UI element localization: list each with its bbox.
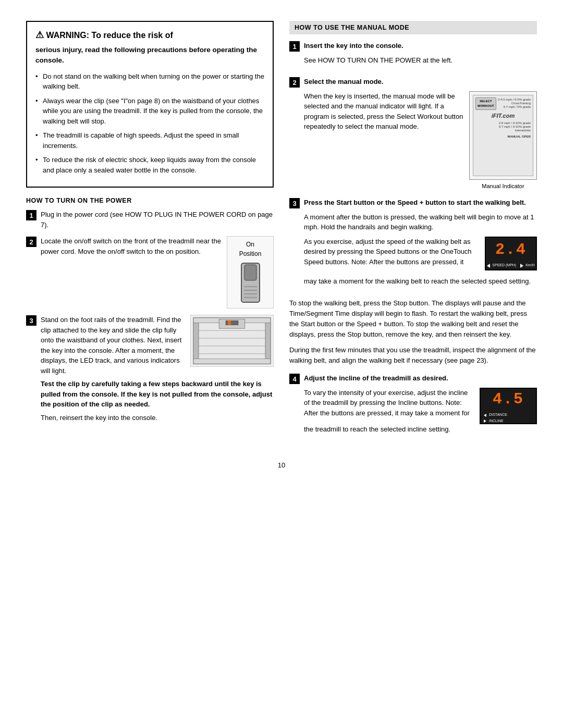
warning-bullet-2: Always wear the clip (see "I"on page 8) … xyxy=(35,96,264,127)
speed-labels: SPEED (MPH) Km/H xyxy=(487,263,534,268)
left-step-3-text: Stand on the foot rails of the treadmill… xyxy=(41,315,185,379)
console-inner: SELECTWORKOUT 2-4.5 mph / 0-5% gradeCros… xyxy=(473,95,533,176)
console-speed-labels: 2-4.5 mph / 0-5% gradeCrossTraining0.7 m… xyxy=(498,98,531,109)
console-row-2: iFIT.com xyxy=(475,112,531,120)
on-off-switch-illustration: On Position xyxy=(227,236,274,309)
turn-on-section-header: HOW TO TURN ON THE POWER xyxy=(26,197,274,204)
right-step-3-text2: As you exercise, adjust the speed of the… xyxy=(304,237,479,267)
left-step-2-text: Locate the on/off switch on the front of… xyxy=(41,236,222,256)
right-step-1-label: Insert the key into the console. xyxy=(304,42,403,50)
warning-box: ⚠ WARNING: To reduce the risk of serious… xyxy=(26,21,274,188)
page-number: 10 xyxy=(26,461,537,469)
warning-title-rest: To reduce the risk of xyxy=(92,31,173,40)
incline-incline-label: INCLINE xyxy=(484,418,533,424)
speed-display-wrapper: 2.4 SPEED (MPH) Km/H xyxy=(485,237,537,270)
warning-main-text: serious injury, read the following preca… xyxy=(35,45,264,66)
manual-indicator-label: Manual Indicator xyxy=(482,182,524,191)
incline-labels: DISTANCE INCLINE xyxy=(481,412,536,424)
left-step-1-text: Plug in the power cord (see HOW TO PLUG … xyxy=(41,209,274,230)
warning-title: ⚠ WARNING: To reduce the risk of xyxy=(35,29,264,41)
incline-number: 4.5 xyxy=(493,388,524,411)
console-illustration: SELECTWORKOUT 2-4.5 mph / 0-5% gradeCros… xyxy=(469,91,537,180)
step3-layout: Stand on the foot rails of the treadmill… xyxy=(41,315,274,379)
right-step-4-text2: the treadmill to reach the selected incl… xyxy=(304,424,537,435)
incline-display: 4.5 DISTANCE INCLINE xyxy=(480,388,537,424)
warning-bullet-1: Do not stand on the walking belt when tu… xyxy=(35,71,264,92)
step3-text3: Then, reinsert the key into the console. xyxy=(41,413,274,423)
step3-text2-bold: Test the clip by carefully taking a few … xyxy=(41,380,272,408)
step4-incline-layout: To vary the intensity of your exercise, … xyxy=(304,388,537,424)
step3-para2: To stop the walking belt, press the Stop… xyxy=(289,298,537,340)
warning-bullet-4: To reduce the risk of electric shock, ke… xyxy=(35,155,264,175)
right-step-3-content: Press the Start button or the Speed + bu… xyxy=(304,198,537,291)
console-illustration-wrapper: SELECTWORKOUT 2-4.5 mph / 0-5% gradeCros… xyxy=(469,91,537,191)
speed-display: 2.4 SPEED (MPH) Km/H xyxy=(485,237,537,270)
left-step-1: 1 Plug in the power cord (see HOW TO PLU… xyxy=(26,209,274,230)
warning-bullet-3: The treadmill is capable of high speeds.… xyxy=(35,130,264,151)
right-step-3-text1: A moment after the button is pressed, th… xyxy=(304,212,537,232)
page-container: ⚠ WARNING: To reduce the risk of serious… xyxy=(26,21,537,469)
right-step-1-number: 1 xyxy=(289,41,300,52)
speed-kmh-label: Km/H xyxy=(520,263,535,268)
right-step-3: 3 Press the Start button or the Speed + … xyxy=(289,198,537,291)
foot-rails-illustration xyxy=(190,315,274,367)
select-workout-btn: SELECTWORKOUT xyxy=(475,97,496,110)
svg-rect-16 xyxy=(228,320,231,325)
left-step-3-content: Stand on the foot rails of the treadmill… xyxy=(41,315,274,426)
speed-mph-arrow xyxy=(487,264,490,268)
switch-on-label: On Position xyxy=(239,240,262,258)
warning-bullets-list: Do not stand on the walking belt when tu… xyxy=(35,71,264,176)
console-row-1: SELECTWORKOUT 2-4.5 mph / 0-5% gradeCros… xyxy=(475,97,531,110)
speed-kmh-arrow xyxy=(520,264,523,268)
step2-right-layout: When the key is inserted, the manual mod… xyxy=(304,91,537,191)
right-step-3-number: 3 xyxy=(289,198,300,208)
left-column: ⚠ WARNING: To reduce the risk of serious… xyxy=(26,21,274,446)
warning-title-text: WARNING: xyxy=(46,31,89,40)
left-step-1-number: 1 xyxy=(26,210,36,220)
svg-rect-8 xyxy=(193,323,199,359)
console-brand: iFIT.com xyxy=(475,112,531,120)
svg-rect-9 xyxy=(265,323,271,359)
foot-rails-svg xyxy=(191,315,273,367)
svg-rect-1 xyxy=(244,265,256,280)
right-step-3-text3: may take a moment for the walking belt t… xyxy=(304,276,537,287)
switch-diagram xyxy=(236,261,265,305)
right-step-1-content: Insert the key into the console. See HOW… xyxy=(304,41,537,69)
manual-oper-label: MANUAL OPER xyxy=(507,134,531,139)
right-step-3-label: Press the Start button or the Speed + bu… xyxy=(304,199,526,206)
speed-number: 2.4 xyxy=(495,238,527,262)
speed-mph-label: SPEED (MPH) xyxy=(487,263,516,268)
left-step-2: 2 Locate the on/off switch on the front … xyxy=(26,236,274,309)
right-step-1: 1 Insert the key into the console. See H… xyxy=(289,41,537,69)
manual-mode-header: HOW TO USE THE MANUAL MODE xyxy=(289,21,537,34)
right-step-4-label: Adjust the incline of the treadmill as d… xyxy=(304,374,448,382)
step3-text2: Test the clip by carefully taking a few … xyxy=(41,379,274,410)
distance-arrow xyxy=(484,414,486,417)
console-bottom-labels: 2-6 mph / 0-10% grade0.7 mph / 0-10% gra… xyxy=(475,121,531,133)
right-step-2-content: Select the manual mode. When the key is … xyxy=(304,77,537,190)
switch-svg xyxy=(236,261,265,305)
left-step-2-number: 2 xyxy=(26,237,36,247)
right-step-2-text: When the key is inserted, the manual mod… xyxy=(304,91,464,132)
right-step-4: 4 Adjust the incline of the treadmill as… xyxy=(289,373,537,438)
right-column: HOW TO USE THE MANUAL MODE 1 Insert the … xyxy=(289,21,537,446)
right-step-1-text: See HOW TO TURN ON THE POWER at the left… xyxy=(304,55,537,66)
right-step-4-content: Adjust the incline of the treadmill as d… xyxy=(304,373,537,438)
console-row-4: MANUAL OPER xyxy=(475,134,531,139)
warning-triangle-icon: ⚠ xyxy=(35,30,44,40)
step3-para3: During the first few minutes that you us… xyxy=(289,345,537,366)
left-step-2-content: Locate the on/off switch on the front of… xyxy=(41,236,274,309)
incline-arrow xyxy=(484,419,486,423)
left-step-3-number: 3 xyxy=(26,315,36,326)
left-step-3: 3 Stand on the foot rails of the treadmi… xyxy=(26,315,274,426)
step2-layout: Locate the on/off switch on the front of… xyxy=(41,236,274,309)
incline-distance-label: DISTANCE xyxy=(484,412,533,418)
right-step-2-label: Select the manual mode. xyxy=(304,78,383,85)
console-row-3: 2-6 mph / 0-10% grade0.7 mph / 0-10% gra… xyxy=(475,121,531,133)
step3-speed-layout: As you exercise, adjust the speed of the… xyxy=(304,237,537,272)
right-step-4-number: 4 xyxy=(289,374,300,384)
right-step-2: 2 Select the manual mode. When the key i… xyxy=(289,77,537,190)
right-step-4-text1: To vary the intensity of your exercise, … xyxy=(304,388,473,418)
step3-text1: Stand on the foot rails of the treadmill… xyxy=(41,315,185,376)
incline-display-wrapper: 4.5 DISTANCE INCLINE xyxy=(480,388,537,424)
